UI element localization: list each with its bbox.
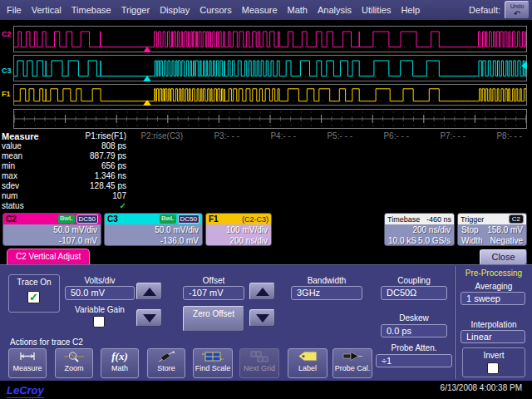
action-probe-cal-button[interactable]: Probe Cal. (332, 348, 372, 378)
oscilloscope-screen: FileVerticalTimebaseTriggerDisplayCursor… (0, 0, 532, 399)
offset-decrease-button[interactable] (249, 309, 275, 327)
menu-item-timebase[interactable]: Timebase (71, 5, 111, 15)
menu-item-help[interactable]: Help (401, 5, 420, 15)
coupling-field[interactable]: DC50Ω (381, 286, 447, 300)
offset-label: Offset (181, 276, 246, 285)
c2-trigger-marker-icon[interactable] (143, 47, 151, 52)
menu-item-file[interactable]: File (7, 5, 22, 15)
undo-button[interactable]: Undo ↶ (505, 1, 530, 19)
averaging-field[interactable]: 1 sweep (461, 292, 525, 305)
measure-value-p8 (470, 141, 527, 151)
measure-param-header-p1[interactable]: P1:rise(F1) (75, 131, 131, 141)
menu-item-trigger[interactable]: Trigger (121, 5, 150, 15)
action-zoom-button[interactable]: Zoom (55, 348, 93, 378)
measure-status-p7 (414, 201, 470, 211)
timebase-box[interactable]: Timebase -460 ns 200 ns/div 10.0 kS 5.0 … (384, 213, 455, 246)
variable-gain-checkbox[interactable]: ✓ (93, 316, 105, 328)
probe-atten-field[interactable]: ÷1 (376, 354, 452, 367)
measure-mean-p2 (131, 151, 188, 161)
action-measure-button[interactable]: Measure (8, 348, 47, 378)
action-store-button[interactable]: Store (147, 348, 185, 378)
c2-waveform-grid[interactable] (13, 26, 527, 52)
f1-descriptor-box[interactable]: F1 (C2-C3) 100 mV/div 200 ns/div (205, 213, 272, 246)
c3-waveform-grid[interactable] (13, 55, 527, 81)
action-label-button[interactable]: Label (288, 348, 328, 378)
measure-param-header-p8[interactable]: P8:- - - (470, 131, 527, 141)
measure-param-header-p7[interactable]: P7:- - - (414, 131, 470, 141)
measure-min-p3 (188, 161, 244, 171)
menu-item-cursors[interactable]: Cursors (200, 5, 232, 15)
menu-item-utilities[interactable]: Utilities (362, 5, 391, 15)
c3-trace-label: C3 (2, 66, 12, 75)
deskew-field[interactable]: 0.0 ps (381, 324, 447, 337)
measure-status-p5 (301, 201, 357, 211)
f1-trigger-marker-icon[interactable] (143, 100, 151, 106)
measure-sdev-p2 (131, 181, 188, 191)
measure-num-p4 (244, 191, 301, 201)
measure-num-p2 (131, 191, 188, 201)
c3-descriptor-box[interactable]: C3 BwL DC50 50.0 mV/div -136.0 mV (104, 213, 203, 246)
c2-descriptor-box[interactable]: C2 BwL DC50 50.0 mV/div -107.0 mV (2, 213, 101, 246)
checkmark-icon: ✓ (28, 292, 39, 303)
measure-mean-p3 (188, 151, 244, 161)
trace-on-label: Trace On (9, 278, 59, 287)
datetime: 6/13/2008 4:00:38 PM (441, 383, 522, 392)
close-button[interactable]: Close (480, 249, 527, 265)
status-bar: LeCroy 6/13/2008 4:00:38 PM (0, 381, 532, 399)
timebase-header: Timebase -460 ns (385, 214, 454, 224)
action-find-scale-button[interactable]: Find Scale (193, 348, 233, 378)
findscale-icon (194, 349, 232, 363)
menu-item-vertical[interactable]: Vertical (32, 5, 62, 15)
action-probe-cal-label: Probe Cal. (333, 363, 372, 373)
preprocessing-label: Pre-Processing (457, 268, 530, 278)
offset-field[interactable]: -107 mV (183, 286, 244, 300)
menu-item-display[interactable]: Display (160, 5, 190, 15)
measure-param-header-p3[interactable]: P3:- - - (188, 131, 244, 141)
measure-row-label-value: value (2, 141, 75, 151)
tab-c2-vertical-adjust[interactable]: C2 Vertical Adjust (7, 249, 90, 264)
invert-label: Invert (463, 351, 525, 360)
measure-value-p2 (131, 141, 188, 151)
trigger-mode: Stop (461, 224, 479, 235)
measure-status-p4 (244, 201, 301, 211)
measure-param-header-p5[interactable]: P5:- - - (301, 131, 357, 141)
measure-num-p1: 107 (75, 191, 131, 201)
f1-descriptor-header: F1 (C2-C3) (206, 214, 271, 224)
measure-max-p3 (188, 171, 244, 181)
trace-on-checkbox[interactable]: ✓ (27, 291, 40, 303)
volts-div-decrease-button[interactable] (136, 309, 162, 327)
menu-item-math[interactable]: Math (288, 5, 308, 15)
measure-row-label-num: num (2, 191, 75, 201)
zero-offset-button[interactable]: Zero Offset (183, 306, 244, 332)
c3-waveform (14, 56, 526, 81)
c3-trigger-marker-icon[interactable] (143, 76, 151, 81)
bandwidth-field[interactable]: 3GHz (291, 286, 362, 300)
measure-max-p7 (414, 171, 470, 181)
measure-param-header-p6[interactable]: P6:- - - (357, 131, 414, 141)
c3-level-marker-icon[interactable] (521, 62, 527, 70)
invert-checkbox[interactable]: ✓ (487, 362, 499, 374)
menu-item-measure[interactable]: Measure (242, 5, 278, 15)
trigger-type: Width (461, 235, 483, 246)
menu-item-analysis[interactable]: Analysis (318, 5, 352, 15)
grid-ticks (14, 110, 526, 128)
f1-waveform-grid[interactable] (13, 84, 527, 106)
measure-num-p8 (470, 191, 527, 201)
volts-div-increase-button[interactable] (136, 283, 162, 300)
measure-min-p7 (414, 161, 470, 171)
measure-param-header-p4[interactable]: P4:- - - (244, 131, 301, 141)
bandwidth-limit-badge: BwL (160, 214, 176, 224)
action-next-grid-button: Next Grid (239, 348, 279, 378)
measure-table-title: Measure (2, 131, 75, 141)
measure-param-header-p2[interactable]: P2:rise(C3) (131, 131, 188, 141)
action-math-button[interactable]: f(x)Math (101, 348, 139, 378)
trigger-header: Trigger C2 (458, 214, 526, 224)
offset-increase-button[interactable] (249, 283, 275, 300)
measure-min-p5 (301, 161, 357, 171)
measure-sdev-p6 (357, 181, 414, 191)
trigger-box[interactable]: Trigger C2 Stop 158.0 mV Width Negative (457, 213, 527, 246)
measure-status-p1: ✓ (75, 201, 131, 211)
interpolation-field[interactable]: Linear (461, 330, 525, 343)
c3-offset: -136.0 mV (108, 235, 199, 246)
volts-div-field[interactable]: 50.0 mV (65, 286, 135, 300)
